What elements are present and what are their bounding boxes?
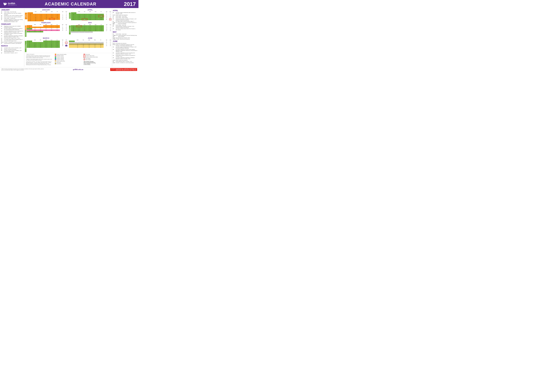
legend-note: ** Degrees or double degree programs whi… <box>26 59 53 61</box>
sat-header: sat <box>60 39 65 41</box>
cal-cell <box>32 25 38 27</box>
legend-swatch <box>55 54 56 55</box>
cal-cell <box>49 20 55 21</box>
cal-cell <box>92 41 98 42</box>
cal-cell <box>60 12 65 14</box>
cal-cell: 15 <box>76 28 82 30</box>
table-row: 5 6 7 8 9 10 11 <box>69 42 111 43</box>
cal-cell: 4 <box>60 25 65 27</box>
cal-cell: 19 <box>75 45 81 46</box>
sat-header: sat <box>104 39 110 41</box>
cal-cell: 12 <box>75 43 81 45</box>
cal-cell: 1 <box>43 41 49 42</box>
event-item: 09Last date to apply for Readmission aft… <box>113 12 137 14</box>
cal-cell: 25 <box>60 45 65 46</box>
cal-cell: 15 <box>104 15 109 17</box>
january-cal-grid: mon tue wed thur fri sat sun <box>28 11 67 21</box>
cal-cell <box>60 31 65 32</box>
event-item: 02Public Holiday – New Year's Day <box>1 11 23 13</box>
cal-cell-outline: 30 <box>109 19 111 20</box>
legend-label: Show holidays <box>85 58 90 59</box>
cal-cell: 11 <box>110 42 111 43</box>
cal-cell <box>98 12 104 14</box>
table-row: 1 <box>28 12 67 14</box>
cal-cell: 5 <box>75 42 81 43</box>
mar-cal-wrapper: TRIMESTER 1TEACHING WEEK mon tue wed thu… <box>25 39 67 52</box>
apr-cal-wrapper: TRIMESTER 1TEACHING WEEK mon tue wed thu… <box>69 11 111 20</box>
year-label: 2017 <box>124 1 136 7</box>
event-item: 18Last date to apply for Readmission for… <box>113 47 137 49</box>
legend-area: * Subject to final approval # Final date… <box>25 53 111 66</box>
week-num-cell: 1 <box>27 29 32 31</box>
cal-cell <box>87 12 93 14</box>
cal-cell: 24 <box>38 18 44 20</box>
week-num-cell: 5 <box>27 46 32 48</box>
legend-swatch <box>55 55 56 56</box>
week-num-cell: 8 <box>71 19 76 20</box>
feb-cal-wrapper: SUMMERSEMESTER TRIMESTER 1TEACHING WEEK … <box>25 24 67 37</box>
table-row: 4 20 21 22 23 24 25 26 <box>27 45 67 46</box>
sat-header: sat <box>60 11 65 12</box>
cal-cell: 21 <box>86 45 92 46</box>
table-row: 6 3 4 5 6 7 8 9 <box>71 14 111 15</box>
cal-cell-census: 26 <box>49 18 55 20</box>
cal-cell: 31 <box>87 31 93 33</box>
cal-cell: 21 <box>38 29 43 31</box>
event-item: 16Doctor of Medicine Year 3 and Year 4 s… <box>1 13 23 15</box>
cal-cell: 16 <box>82 28 87 30</box>
legend-label: Public holidays <box>85 59 91 60</box>
cal-cell: 20 <box>32 29 38 31</box>
wk-header <box>71 24 76 25</box>
event-item: 15 May – 04 Jun'Experience@Griffith' Cou… <box>113 35 137 37</box>
legend-item: Examinations <box>55 63 81 64</box>
cal-cell: 17 <box>54 28 60 29</box>
thur-header: thur <box>49 11 55 12</box>
cal-cell: 7 <box>38 42 43 43</box>
cal-cell: 9 <box>109 14 111 15</box>
trimester1-label-apr: TRIMESTER 1TEACHING WEEK <box>69 13 71 19</box>
tue-header: tue <box>38 39 43 41</box>
cal-cell: 13 <box>93 15 98 17</box>
cal-cell: 21 <box>98 17 104 19</box>
legend-label: Summer Semester teaching <box>57 54 66 55</box>
wed-header: wed <box>43 24 49 25</box>
legend-items: Summer Semester teaching Orientation act… <box>55 54 81 64</box>
cal-cell <box>104 31 109 33</box>
cal-cell: 20 <box>81 45 86 46</box>
cal-cell: 11 <box>82 15 87 17</box>
may-cal-wrapper: TRIMESTER 1TEACHING WEEK mon tue wed thu… <box>69 24 111 35</box>
legend-swatch <box>84 56 85 57</box>
cal-cell: 5 <box>98 25 104 27</box>
cal-cell: 18 <box>60 28 65 29</box>
cal-cell: 23 <box>109 17 111 19</box>
cal-cell <box>65 31 67 32</box>
cal-cell: 2 <box>110 41 111 42</box>
table-row: 5 2 3 4 5 6 7 8 <box>28 14 67 15</box>
cal-cell: 9 <box>82 27 87 28</box>
legend-note: # Final date for payment of all Student … <box>26 55 53 58</box>
summer-semester-label: SUMMER SEMESTERTEACHING WEEK <box>25 13 27 19</box>
february-heading-left: FEBRUARY <box>1 23 23 25</box>
sun-header: sun <box>110 39 111 41</box>
june-heading-right: JUNE <box>113 40 137 42</box>
cal-cell: 18 <box>110 43 111 45</box>
cal-cell: 17 <box>38 17 44 18</box>
cal-cell: 31 <box>54 46 60 48</box>
fri-header: fri <box>54 39 60 41</box>
event-item: 01Public Holiday – Labour Day * <box>113 34 137 35</box>
wk-header <box>69 39 75 41</box>
event-item: 03–17Examinations (all campuses) <box>113 43 137 44</box>
event-item: 24Pure higher degree research programs I… <box>113 21 137 22</box>
cal-cell: 18 <box>82 17 87 19</box>
sun-header: sun <box>109 11 111 12</box>
thur-header: thur <box>49 39 54 41</box>
cal-cell: 10 <box>38 15 44 17</box>
event-item: 19Census Date MD Program Year 2 <box>1 40 23 42</box>
cal-cell: 6 <box>32 27 38 28</box>
table-row: 3 13 14 15 16 17 18 19 <box>27 43 67 45</box>
cal-cell: 5 <box>87 14 93 15</box>
tue-header: tue <box>82 11 87 12</box>
wk-header <box>27 24 32 25</box>
cal-cell: 20 <box>104 28 109 30</box>
calendar-grid-area: JANUARY SUMMER SEMESTERTEACHING WEEK mon… <box>24 9 112 66</box>
